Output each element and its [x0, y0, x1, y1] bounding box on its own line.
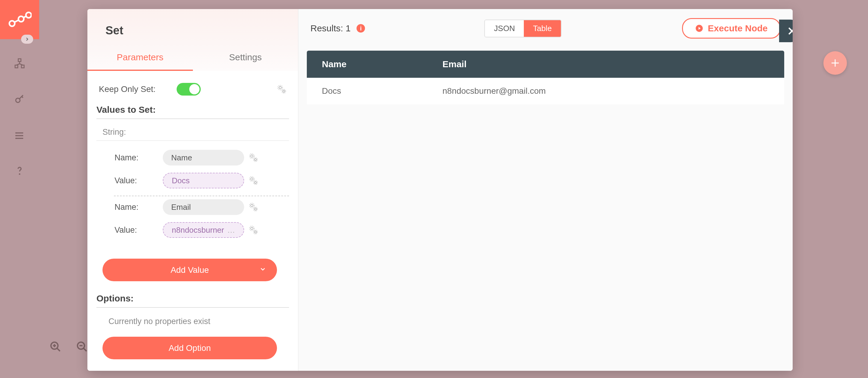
- svg-point-46: [251, 227, 253, 230]
- field-name-options-1[interactable]: [249, 202, 258, 212]
- svg-point-39: [250, 177, 254, 182]
- cell-name: Docs: [307, 78, 427, 104]
- options-header: Options:: [96, 293, 289, 308]
- svg-point-37: [253, 158, 257, 162]
- field-value-label: Value:: [115, 225, 163, 235]
- svg-rect-5: [19, 59, 21, 62]
- column-header-name: Name: [307, 51, 427, 78]
- svg-point-34: [251, 155, 253, 157]
- svg-rect-7: [22, 65, 24, 68]
- view-table-button[interactable]: Table: [524, 20, 561, 37]
- keep-only-set-toggle[interactable]: [177, 83, 201, 96]
- no-properties-text: Currently no properties exist: [96, 311, 289, 329]
- results-table: Name Email Docs n8ndocsburner@gmail.com: [307, 51, 784, 104]
- table-row: Docs n8ndocsburner@gmail.com: [307, 78, 784, 104]
- add-value-button[interactable]: Add Value: [102, 259, 277, 281]
- zoom-in-button[interactable]: [48, 339, 63, 354]
- svg-line-9: [17, 64, 20, 65]
- svg-line-22: [57, 348, 60, 351]
- add-node-fab[interactable]: [824, 51, 847, 75]
- svg-point-19: [16, 138, 17, 139]
- svg-point-18: [16, 135, 17, 136]
- keep-only-set-options-button[interactable]: [277, 85, 287, 94]
- svg-point-47: [250, 226, 254, 231]
- node-title: Set: [105, 24, 286, 37]
- chevron-right-icon: [24, 36, 30, 42]
- svg-point-36: [254, 159, 256, 161]
- cell-email: n8ndocsburner@gmail.com: [427, 78, 784, 104]
- gears-icon: [249, 153, 258, 162]
- field-value-input-1[interactable]: n8ndocsburner…: [163, 222, 244, 238]
- n8n-logo-icon: [7, 11, 32, 28]
- svg-point-49: [253, 230, 257, 234]
- svg-point-33: [282, 89, 286, 93]
- parameters-panel: Set Parameters Settings Keep Only Set: V…: [87, 9, 299, 371]
- play-icon: [695, 24, 704, 33]
- info-icon[interactable]: i: [356, 24, 365, 33]
- workflows-nav-icon[interactable]: [13, 57, 26, 69]
- field-name-label: Name:: [115, 153, 163, 162]
- field-name-input-0[interactable]: Name: [163, 150, 244, 165]
- svg-point-42: [251, 204, 253, 207]
- svg-point-31: [278, 85, 283, 90]
- zoom-out-button[interactable]: [75, 339, 89, 354]
- svg-rect-6: [15, 65, 18, 68]
- credentials-nav-icon[interactable]: [13, 93, 26, 105]
- help-nav-icon[interactable]: [13, 166, 26, 178]
- keep-only-set-label: Keep Only Set:: [99, 85, 156, 94]
- column-header-email: Email: [427, 51, 784, 78]
- svg-point-44: [254, 208, 256, 210]
- field-value-options-1[interactable]: [249, 225, 258, 235]
- field-value-label: Value:: [115, 176, 163, 185]
- gears-icon: [277, 85, 287, 94]
- svg-line-4: [23, 16, 27, 18]
- svg-point-11: [16, 98, 20, 102]
- node-editor-modal: Set Parameters Settings Keep Only Set: V…: [87, 9, 793, 371]
- close-modal-button[interactable]: [779, 20, 793, 42]
- svg-line-13: [22, 96, 23, 98]
- string-group-label: String:: [96, 122, 289, 141]
- tab-settings[interactable]: Settings: [193, 43, 299, 71]
- svg-line-10: [20, 64, 23, 65]
- view-toggle: JSON Table: [484, 20, 561, 37]
- execute-node-button[interactable]: Execute Node: [682, 18, 781, 39]
- svg-point-41: [253, 181, 257, 185]
- field-name-options-0[interactable]: [249, 153, 258, 162]
- svg-point-40: [254, 182, 256, 184]
- tab-parameters[interactable]: Parameters: [87, 43, 193, 71]
- zoom-controls: [48, 339, 89, 354]
- svg-point-30: [279, 87, 281, 89]
- plus-icon: [830, 58, 841, 68]
- close-icon: [786, 26, 793, 36]
- svg-point-43: [250, 203, 254, 208]
- svg-point-35: [250, 154, 254, 159]
- gears-icon: [249, 176, 258, 185]
- results-panel: Results: 1 i JSON Table Execute Node Nam…: [299, 9, 793, 371]
- gears-icon: [249, 202, 258, 212]
- svg-point-17: [16, 132, 17, 134]
- chevron-down-icon: [259, 265, 267, 275]
- executions-nav-icon[interactable]: [13, 130, 26, 142]
- svg-point-45: [253, 207, 257, 211]
- app-logo: [0, 0, 39, 39]
- svg-point-48: [254, 231, 256, 233]
- svg-point-32: [283, 90, 285, 92]
- field-value-input-0[interactable]: Docs: [163, 173, 244, 188]
- svg-line-26: [84, 348, 87, 351]
- gears-icon: [249, 225, 258, 235]
- field-name-label: Name:: [115, 202, 163, 212]
- add-option-button[interactable]: Add Option: [102, 337, 277, 359]
- sidebar: [0, 0, 39, 378]
- values-to-set-header: Values to Set:: [96, 104, 289, 119]
- field-value-options-0[interactable]: [249, 176, 258, 185]
- results-count: Results: 1: [310, 23, 350, 33]
- panel-tabs: Parameters Settings: [87, 43, 298, 71]
- svg-point-2: [26, 12, 31, 18]
- svg-point-20: [19, 173, 21, 175]
- expand-sidebar-button[interactable]: [21, 35, 33, 44]
- field-name-input-1[interactable]: Email: [163, 199, 244, 215]
- svg-point-38: [251, 178, 253, 180]
- svg-line-3: [14, 20, 19, 22]
- view-json-button[interactable]: JSON: [485, 20, 524, 37]
